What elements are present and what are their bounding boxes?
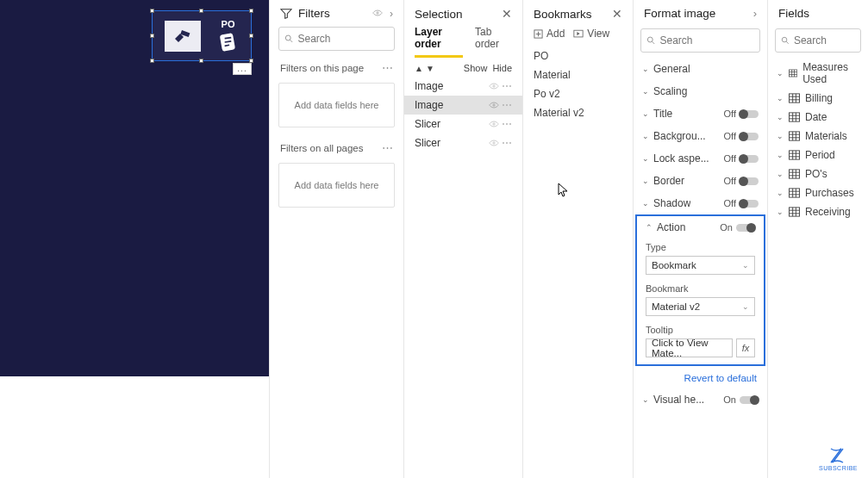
format-border[interactable]: ⌄BorderOff [634,170,767,192]
add-icon [534,29,543,39]
filters-collapse-icon[interactable]: › [390,8,393,20]
revert-to-default-link[interactable]: Revert to default [634,366,767,388]
filters-on-page-header[interactable]: Filters on this page⋯ [270,58,403,78]
layer-item[interactable]: Slicer⋯ [404,115,522,133]
format-title[interactable]: ⌄TitleOff [634,102,767,125]
search-icon [781,35,790,46]
filters-title: Filters [298,7,330,20]
report-canvas[interactable]: PO ... [0,0,269,478]
field-table[interactable]: ⌄Date [768,108,868,127]
layer-item[interactable]: Image⋯ [404,77,522,96]
fields-title: Fields [778,7,809,20]
fields-pane: Fields ⌄Measures Used ⌄Billing ⌄Date ⌄Ma… [767,0,868,478]
format-action[interactable]: ⌃ActionOn [637,216,764,239]
svg-line-3 [224,37,231,38]
show-all-button[interactable]: Show [464,63,488,73]
hide-all-button[interactable]: Hide [492,63,512,73]
search-icon [646,35,656,46]
toggle-off[interactable]: Off [724,131,759,141]
view-icon [573,29,584,39]
svg-rect-57 [789,208,799,216]
more-icon[interactable]: ⋯ [382,141,393,154]
toggle-off[interactable]: Off [724,176,759,186]
svg-line-21 [786,41,788,43]
more-icon[interactable]: ⋯ [502,118,512,130]
bookmark-add-button[interactable]: Add [534,28,565,40]
selection-close-icon[interactable]: ✕ [502,7,512,21]
filters-search-input[interactable] [297,33,389,45]
fx-button[interactable]: fx [736,338,755,357]
table-icon [789,150,800,160]
bookmark-item[interactable]: PO [534,47,622,65]
filters-all-pages-header[interactable]: Filters on all pages⋯ [270,138,403,158]
field-table[interactable]: ⌄PO's [768,165,868,183]
bookmark-item[interactable]: Material [534,65,622,84]
layer-item[interactable]: Slicer⋯ [404,133,522,152]
field-table[interactable]: ⌄Receiving [768,202,868,221]
toggle-on[interactable]: On [723,394,759,405]
action-bookmark-label: Bookmark [637,280,764,295]
bookmarks-close-icon[interactable]: ✕ [612,7,622,21]
more-icon[interactable]: ⋯ [502,80,512,92]
filters-search[interactable] [278,27,395,51]
more-icon[interactable]: ⋯ [502,137,512,149]
eye-icon[interactable] [489,138,499,148]
toggle-off[interactable]: Off [724,153,759,164]
subscribe-watermark: SUBSCRIBE [819,447,858,471]
visual-more-menu[interactable]: ... [233,63,252,75]
action-bookmark-select[interactable]: Material v2⌄ [646,297,755,316]
svg-point-7 [285,35,290,40]
toggle-off[interactable]: Off [724,109,759,119]
table-icon [789,131,800,141]
tab-tab-order[interactable]: Tab order [475,26,512,58]
field-table[interactable]: ⌄Period [768,146,868,165]
selection-pane: Selection ✕ Layer order Tab order ▲▼ Sho… [403,0,522,478]
more-icon[interactable]: ⋯ [382,61,393,74]
eye-icon[interactable] [489,81,499,91]
dna-icon [827,447,850,464]
format-pane: Format image › ⌄General ⌄Scaling ⌄TitleO… [633,0,767,478]
move-down-icon[interactable]: ▼ [426,64,434,73]
format-collapse-icon[interactable]: › [753,7,757,20]
table-icon [789,169,800,179]
format-visual-header[interactable]: ⌄Visual he...On [634,388,767,411]
toggle-off[interactable]: Off [724,198,759,208]
toggle-on[interactable]: On [720,222,755,233]
search-icon [284,34,293,44]
field-table[interactable]: ⌄Measures Used [768,58,868,89]
bookmark-item[interactable]: Material v2 [534,103,622,122]
svg-rect-27 [789,94,799,102]
bookmark-view-button[interactable]: View [573,28,609,40]
format-scaling[interactable]: ⌄Scaling [634,80,767,102]
format-lock-aspect[interactable]: ⌄Lock aspe...Off [634,147,767,170]
svg-point-18 [647,37,653,42]
format-general[interactable]: ⌄General [634,58,767,80]
action-tooltip-input[interactable]: Click to View Mate... [646,338,733,357]
selected-visual[interactable]: PO ... [152,10,252,61]
field-table[interactable]: ⌄Billing [768,89,868,108]
filters-on-page-drop[interactable]: Add data fields here [278,83,395,127]
format-search[interactable] [640,28,760,53]
action-tooltip-label: Tooltip [637,321,764,337]
filters-visibility-icon[interactable] [372,8,383,18]
layer-item[interactable]: Image⋯ [404,96,522,115]
format-shadow[interactable]: ⌄ShadowOff [634,192,767,214]
filters-all-pages-drop[interactable]: Add data fields here [278,163,395,208]
eye-icon[interactable] [489,100,499,110]
move-up-icon[interactable]: ▲ [415,64,423,73]
format-background[interactable]: ⌄Backgrou...Off [634,125,767,147]
field-table[interactable]: ⌄Purchases [768,183,868,202]
action-type-label: Type [637,239,764,254]
table-icon [789,112,800,122]
fields-search[interactable] [775,28,861,53]
eye-icon[interactable] [489,119,499,129]
field-table[interactable]: ⌄Materials [768,127,868,146]
svg-rect-37 [789,132,799,140]
format-search-input[interactable] [660,34,754,47]
tab-layer-order[interactable]: Layer order [415,26,463,58]
hammer-icon [165,21,201,52]
bookmark-item[interactable]: Po v2 [534,84,622,103]
action-type-select[interactable]: Bookmark⌄ [646,256,755,275]
fields-search-input[interactable] [794,34,855,47]
more-icon[interactable]: ⋯ [502,99,512,111]
